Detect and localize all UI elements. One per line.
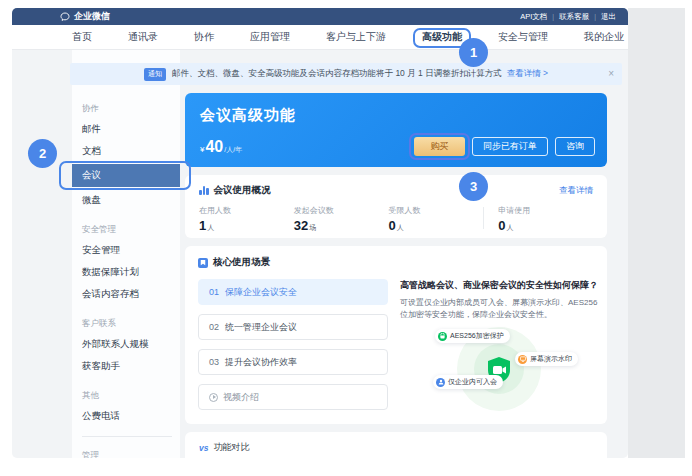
close-icon[interactable]: × (608, 69, 614, 79)
notice-badge: 通知 (144, 68, 166, 81)
monitor-icon (518, 355, 527, 364)
stat-active-users: 在用人数 1人 (199, 205, 294, 233)
usage-card: 会议使用概况 查看详情 在用人数 1人 发起会议数 32场 受 (185, 175, 607, 238)
content-area: 通知 邮件、文档、微盘、安全高级功能及会话内容存档功能将于 10 月 1 日调整… (12, 50, 628, 458)
sidebar-item-data-protection[interactable]: 数据保障计划 (82, 261, 172, 283)
tab-collaboration[interactable]: 协作 (194, 25, 214, 49)
sidebar-item-drive[interactable]: 微盘 (82, 189, 172, 211)
link-contact-support[interactable]: 联系客服 (559, 12, 589, 22)
active-tab-underline (424, 46, 460, 49)
stat-apply-usage: 申请使用 0人 (498, 205, 593, 233)
consult-button[interactable]: 咨询 (555, 137, 595, 156)
annotation-step-1: 1 (459, 38, 488, 67)
sidebar-item-external-contacts[interactable]: 外部联系人规模 (82, 333, 172, 355)
notice-detail-link[interactable]: 查看详情 > (507, 68, 548, 80)
sidebar-item-chat-archive[interactable]: 会话内容存档 (82, 283, 172, 305)
annotation-step-3: 3 (459, 172, 488, 201)
stat-label: 受限人数 (389, 205, 484, 216)
price: ¥ 40 /人/年 (200, 138, 242, 156)
tag-label: AES256加密保护 (450, 331, 504, 341)
lock-icon (438, 332, 447, 341)
stat-value: 1 (199, 218, 206, 233)
wecom-logo: 企业微信 (60, 10, 110, 23)
sidebar-group-security: 安全管理 (82, 224, 172, 236)
stat-meetings-started: 发起会议数 32场 (294, 205, 389, 233)
compare-title: 功能对比 (213, 441, 249, 454)
scenario-list: 01 保障企业会议安全 02 统一管理企业会议 03 提升会议协作效率 (198, 279, 388, 420)
sidebar-group-management: 管理 (82, 450, 172, 458)
scenarios-title: 核心使用场景 (213, 256, 270, 269)
vs-icon: vs (199, 443, 208, 453)
page-title: 会议高级功能 (200, 106, 296, 125)
stat-label: 在用人数 (199, 205, 294, 216)
stat-value: 0 (498, 218, 505, 233)
usage-detail-link[interactable]: 查看详情 (559, 185, 593, 197)
sidebar-group-other: 其他 (82, 390, 172, 402)
app-window: 企业微信 API文档 | 联系客服 | 退出 首页 通讯录 协作 应用管理 客户… (12, 8, 628, 458)
annotation-step-2: 2 (28, 139, 57, 168)
sync-orders-button[interactable]: 同步已有订单 (472, 137, 548, 156)
compare-card: vs 功能对比 (185, 432, 607, 458)
usage-title: 会议使用概况 (214, 184, 271, 197)
scenario-item-security[interactable]: 01 保障企业会议安全 (198, 279, 388, 305)
buy-button-label: 购买 (431, 140, 449, 153)
scenario-number: 02 (209, 322, 219, 332)
tab-home[interactable]: 首页 (72, 25, 92, 49)
notice-text: 邮件、文档、微盘、安全高级功能及会话内容存档功能将于 10 月 1 日调整折扣计… (172, 68, 502, 80)
stat-label: 发起会议数 (294, 205, 389, 216)
tab-advanced-features[interactable]: 高级功能 1 (422, 25, 462, 49)
tab-contacts[interactable]: 通讯录 (128, 25, 158, 49)
scenario-detail: 高管战略会议、商业保密会议的安全性如何保障？ 可设置仅企业内部成员可入会、屏幕演… (400, 279, 598, 420)
divider: | (594, 13, 596, 20)
sidebar-item-mail[interactable]: 邮件 (82, 118, 172, 140)
tag-watermark: 屏幕演示水印 (515, 352, 578, 366)
sidebar-group-collaboration: 协作 (82, 103, 172, 115)
stat-value: 0 (389, 218, 396, 233)
stat-restricted-users: 受限人数 0人 (389, 205, 484, 233)
annotation-box-step2 (59, 161, 191, 190)
notification-banner: 通知 邮件、文档、微盘、安全高级功能及会话内容存档功能将于 10 月 1 日调整… (70, 63, 622, 85)
scenario-item-efficiency[interactable]: 03 提升会议协作效率 (198, 349, 388, 375)
hero-buttons: 购买 3 同步已有订单 咨询 (414, 137, 595, 156)
play-icon (209, 393, 218, 402)
scenario-number: 03 (209, 357, 219, 367)
topbar-links: API文档 | 联系客服 | 退出 (520, 12, 616, 22)
tag-label: 屏幕演示水印 (530, 354, 572, 364)
scenario-label: 保障企业会议安全 (225, 286, 297, 299)
price-unit: /人/年 (224, 145, 242, 155)
sidebar-item-customer-assistant[interactable]: 获客助手 (82, 355, 172, 377)
stat-unit: 场 (309, 224, 316, 231)
sidebar-item-business-call[interactable]: 公费电话 (82, 405, 172, 427)
screenshot-stage: 企业微信 API文档 | 联系客服 | 退出 首页 通讯录 协作 应用管理 客户… (0, 0, 692, 476)
tab-security-management[interactable]: 安全与管理 (498, 25, 548, 49)
link-api-docs[interactable]: API文档 (520, 12, 547, 22)
hero-card: 会议高级功能 ¥ 40 /人/年 购买 3 同步已有订单 咨询 (185, 93, 607, 167)
buy-button[interactable]: 购买 3 (414, 137, 465, 156)
stat-value: 32 (294, 218, 308, 233)
sidebar-item-meeting[interactable]: 会议 2 (72, 164, 180, 187)
sidebar-group-customer: 客户联系 (82, 318, 172, 330)
video-intro-label: 视频介绍 (223, 391, 259, 404)
sidebar-item-meeting-label: 会议 (82, 169, 101, 180)
tab-my-company[interactable]: 我的企业 (584, 25, 624, 49)
link-logout[interactable]: 退出 (601, 12, 616, 22)
sidebar-item-security-management[interactable]: 安全管理 (82, 239, 172, 261)
security-illustration: AES256加密保护 屏幕演示水印 (400, 325, 598, 420)
stat-unit: 人 (397, 224, 404, 231)
tag-aes256: AES256加密保护 (435, 329, 510, 343)
primary-nav: 首页 通讯录 协作 应用管理 客户与上下游 高级功能 1 安全与管理 我的企业 (12, 25, 628, 50)
logo-text: 企业微信 (74, 10, 110, 23)
stat-unit: 人 (506, 224, 513, 231)
detail-title: 高管战略会议、商业保密会议的安全性如何保障？ (400, 279, 598, 292)
main-panel: 会议高级功能 ¥ 40 /人/年 购买 3 同步已有订单 咨询 (185, 93, 607, 458)
tag-internal-only: 仅企业内可入会 (433, 375, 503, 389)
tab-app-management[interactable]: 应用管理 (250, 25, 290, 49)
usage-stats: 在用人数 1人 发起会议数 32场 受限人数 0人 (199, 205, 593, 233)
topbar: 企业微信 API文档 | 联系客服 | 退出 (12, 8, 628, 25)
video-intro-item[interactable]: 视频介绍 (198, 384, 388, 410)
scenario-item-management[interactable]: 02 统一管理企业会议 (198, 314, 388, 340)
sidebar-item-docs[interactable]: 文档 (82, 140, 172, 162)
bar-chart-icon (199, 186, 209, 195)
tab-customers[interactable]: 客户与上下游 (326, 25, 386, 49)
stat-unit: 人 (207, 224, 214, 231)
